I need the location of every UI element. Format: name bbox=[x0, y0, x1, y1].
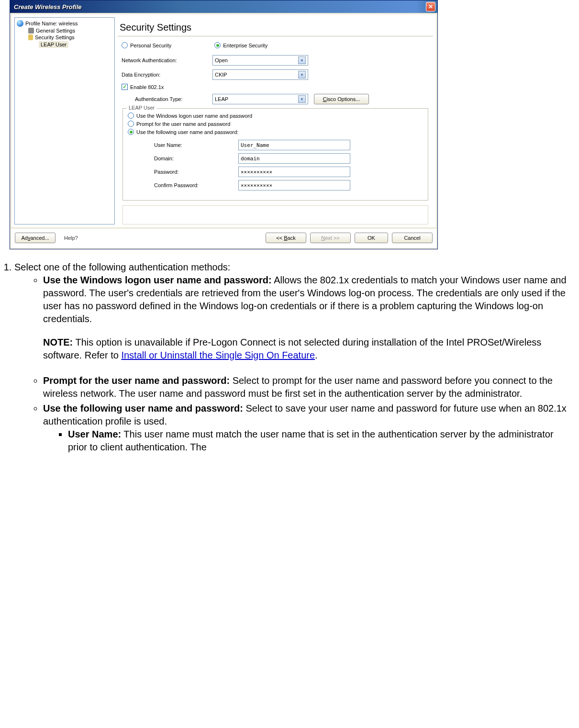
radio-icon bbox=[128, 129, 134, 135]
radio-label: Personal Security bbox=[130, 43, 171, 48]
tree-security-settings[interactable]: Security Settings bbox=[16, 34, 113, 41]
nav-tree: Profile Name: wireless General Settings … bbox=[14, 17, 115, 224]
chevron-down-icon: ▼ bbox=[298, 56, 306, 64]
leap-user-fieldset: LEAP User Use the Windows logon user nam… bbox=[122, 108, 428, 201]
data-encryption-select[interactable]: CKIP ▼ bbox=[212, 69, 308, 80]
username-label: User Name: bbox=[154, 142, 238, 148]
checkbox-icon bbox=[122, 84, 128, 90]
note-bold: NOTE: bbox=[43, 337, 73, 347]
domain-label: Domain: bbox=[154, 156, 238, 161]
section-heading: Security Settings bbox=[118, 17, 433, 36]
button-label: Advanced... bbox=[21, 235, 49, 241]
tree-label: Security Settings bbox=[35, 34, 75, 40]
chevron-down-icon: ▼ bbox=[298, 71, 306, 78]
select-value: Open bbox=[215, 57, 228, 63]
sub-bullet-text: This user name must match the user name … bbox=[68, 429, 554, 452]
button-label: Cisco Options... bbox=[323, 96, 360, 102]
radio-windows-logon[interactable]: Use the Windows logon user name and pass… bbox=[128, 112, 423, 119]
button-label: << Back bbox=[276, 235, 295, 241]
confirm-password-label: Confirm Password: bbox=[154, 182, 238, 188]
auth-type-select[interactable]: LEAP ▼ bbox=[212, 94, 308, 104]
confirm-password-input[interactable]: ×××××××××× bbox=[238, 180, 350, 190]
sub-bullet-bold: User Name: bbox=[68, 429, 121, 439]
advanced-button[interactable]: Advanced... bbox=[15, 233, 56, 243]
radio-label: Prompt for the user name and password bbox=[136, 121, 230, 127]
radio-use-following[interactable]: Use the following user name and password… bbox=[128, 129, 423, 135]
help-link[interactable]: Help? bbox=[64, 235, 78, 241]
radio-label: Use the Windows logon user name and pass… bbox=[136, 113, 252, 119]
select-value: CKIP bbox=[215, 72, 227, 78]
bullet-bold: Use the following user name and password… bbox=[43, 403, 243, 414]
radio-icon bbox=[122, 42, 128, 48]
divider bbox=[118, 36, 433, 36]
data-encryption-label: Data Encryption: bbox=[122, 72, 212, 78]
domain-input[interactable]: domain bbox=[238, 153, 350, 164]
sso-link[interactable]: Install or Uninstall the Single Sign On … bbox=[121, 350, 315, 360]
enable-8021x-checkbox[interactable]: Enable 802.1x bbox=[122, 84, 164, 90]
fieldset-legend: LEAP User bbox=[127, 105, 156, 111]
radio-personal-security[interactable]: Personal Security bbox=[122, 42, 171, 48]
radio-icon bbox=[128, 112, 134, 119]
tree-general-settings[interactable]: General Settings bbox=[16, 27, 113, 34]
step-text: Select one of the following authenticati… bbox=[14, 262, 230, 272]
password-input[interactable]: ×××××××××× bbox=[238, 167, 350, 177]
network-auth-select[interactable]: Open ▼ bbox=[212, 55, 308, 66]
password-label: Password: bbox=[154, 169, 238, 175]
username-input[interactable]: User_Name bbox=[238, 140, 350, 150]
tree-profile[interactable]: Profile Name: wireless bbox=[16, 20, 113, 27]
cisco-options-button[interactable]: Cisco Options... bbox=[314, 94, 369, 104]
select-value: LEAP bbox=[215, 96, 228, 102]
back-button[interactable]: << Back bbox=[266, 233, 306, 243]
main-panel: Security Settings Personal Security Ente… bbox=[118, 17, 433, 224]
auth-type-label: Authentication Type: bbox=[122, 96, 212, 102]
lock-icon bbox=[28, 34, 33, 40]
gear-icon bbox=[28, 28, 34, 34]
tree-label: General Settings bbox=[36, 28, 75, 34]
dialog-window: Create Wireless Profile ✕ Profile Name: … bbox=[10, 0, 438, 249]
network-auth-label: Network Authentication: bbox=[122, 57, 212, 63]
radio-prompt[interactable]: Prompt for the user name and password bbox=[128, 121, 423, 127]
bullet-opt2: Prompt for the user name and password: S… bbox=[43, 374, 569, 400]
empty-inset-box bbox=[122, 205, 428, 224]
globe-icon bbox=[17, 20, 23, 27]
titlebar: Create Wireless Profile ✕ bbox=[10, 0, 437, 13]
window-title: Create Wireless Profile bbox=[14, 3, 82, 11]
ok-button[interactable]: OK bbox=[355, 233, 388, 243]
instruction-text: Select one of the following authenticati… bbox=[0, 249, 574, 454]
tree-leap-user[interactable]: LEAP User bbox=[16, 41, 113, 48]
checkbox-label: Enable 802.1x bbox=[130, 84, 164, 90]
radio-label: Use the following user name and password… bbox=[136, 129, 238, 135]
sub-bullet-username: User Name: This user name must match the… bbox=[68, 428, 569, 454]
input-value: ×××××××××× bbox=[241, 182, 272, 189]
cancel-button[interactable]: Cancel bbox=[392, 233, 433, 243]
bullet-bold: Prompt for the user name and password: bbox=[43, 375, 230, 386]
tree-label: Profile Name: wireless bbox=[25, 21, 78, 26]
radio-icon bbox=[128, 121, 134, 127]
bullet-bold: Use the Windows logon user name and pass… bbox=[43, 275, 272, 285]
radio-label: Enterprise Security bbox=[223, 43, 267, 48]
bottom-bar: Advanced... Help? << Back Next >> OK Can… bbox=[11, 229, 436, 248]
chevron-down-icon: ▼ bbox=[298, 95, 306, 103]
close-icon: ✕ bbox=[428, 3, 433, 10]
input-value: User_Name bbox=[241, 142, 269, 148]
radio-icon bbox=[214, 42, 221, 48]
bullet-opt1: Use the Windows logon user name and pass… bbox=[43, 274, 569, 372]
close-button[interactable]: ✕ bbox=[426, 2, 435, 11]
radio-enterprise-security[interactable]: Enterprise Security bbox=[214, 42, 267, 48]
button-label: Next >> bbox=[321, 235, 340, 241]
bullet-opt3: Use the following user name and password… bbox=[43, 402, 569, 454]
tree-label-selected: LEAP User bbox=[39, 41, 68, 48]
input-value: ×××××××××× bbox=[241, 169, 272, 175]
input-value: domain bbox=[241, 156, 260, 162]
next-button[interactable]: Next >> bbox=[310, 233, 351, 243]
step-1: Select one of the following authenticati… bbox=[14, 261, 569, 454]
